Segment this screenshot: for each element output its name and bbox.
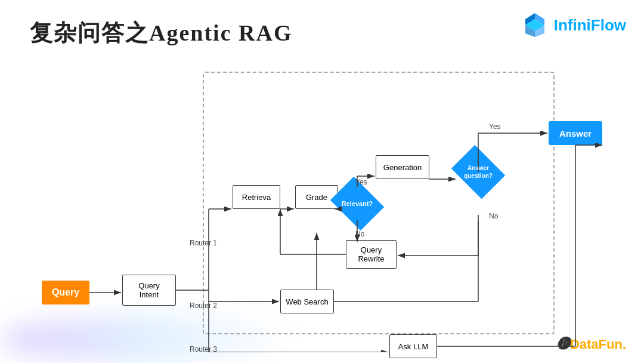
query-intent-label: Query Intent xyxy=(138,281,159,299)
grade-node: Grade xyxy=(295,185,338,209)
router2-label: Router 2 xyxy=(190,302,217,310)
logo-area: InfiniFlow xyxy=(521,11,626,39)
query-rewrite-node: Query Rewrite xyxy=(346,240,397,269)
router1-label: Router 1 xyxy=(190,239,217,247)
retrieva-node: Retrieva xyxy=(233,185,280,209)
yes2-label: Yes xyxy=(489,122,501,131)
relevant-diamond-text: Relevant? xyxy=(342,199,373,208)
no1-label: No xyxy=(355,230,364,238)
page-title: 复杂问答之Agentic RAG xyxy=(30,18,292,48)
web-search-node: Web Search xyxy=(280,290,334,313)
query-node: Query xyxy=(42,281,89,304)
answer-node: Answer xyxy=(549,121,602,145)
no2-label: No xyxy=(489,212,498,220)
answer-question-diamond-text: Answerquestion? xyxy=(464,164,493,180)
query-intent-node: Query Intent xyxy=(122,275,176,306)
router3-label: Router 3 xyxy=(190,345,217,353)
diagram-container: Query Query Intent Retrieva Grade Genera… xyxy=(30,60,614,352)
relevant-diamond: Relevant? xyxy=(336,187,379,220)
generation-node: Generation xyxy=(376,155,429,179)
answer-question-diamond: Answerquestion? xyxy=(457,155,500,189)
infiniflow-icon xyxy=(521,11,549,39)
logo-text: InfiniFlow xyxy=(554,16,626,35)
ask-llm-node: Ask LLM xyxy=(389,334,437,358)
yes1-label: Yes xyxy=(355,178,367,186)
query-rewrite-label: Query Rewrite xyxy=(358,245,384,263)
